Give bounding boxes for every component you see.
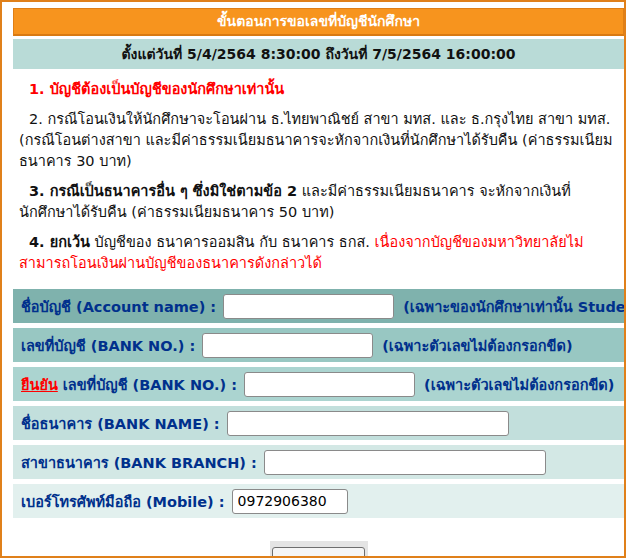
confirm-bank-no-hint: (เฉพาะตัวเลขไม่ต้องกรอกขีด): [424, 373, 614, 396]
note-4: 4. ยกเว้น บัญชีของ ธนาคารออมสิน กับ ธนาค…: [19, 232, 620, 274]
confirm-bank-no-label: เลขที่บัญชี (BANK NO.) :: [63, 373, 237, 396]
form-row-bank-branch: สาขาธนาคาร (BANK BRANCH) :: [13, 445, 624, 479]
confirm-bank-no-input[interactable]: [244, 372, 415, 397]
submit-area: บันทึกข้อมูล: [13, 541, 624, 558]
submit-button-wrap: บันทึกข้อมูล: [270, 541, 368, 558]
form-row-bank-name: ชื่อธนาคาร (BANK NAME) :: [13, 406, 624, 440]
form-row-confirm-bank-no: ยืนยัน เลขที่บัญชี (BANK NO.) : (เฉพาะตั…: [13, 367, 624, 401]
save-button[interactable]: บันทึกข้อมูล: [272, 547, 365, 558]
account-name-label: ชื่อบัญชี (Account name) :: [21, 295, 216, 318]
account-form: ชื่อบัญชี (Account name) : (เฉพาะของนักศ…: [13, 289, 624, 518]
account-name-hint: (เฉพาะของนักศึกษาเท่านั้น Students only): [403, 295, 624, 318]
page-title: ขั้นตอนการขอเลขที่บัญชีนักศึกษา: [217, 13, 420, 29]
page-content: ขั้นตอนการขอเลขที่บัญชีนักศึกษา ตั้งแต่ว…: [13, 8, 624, 558]
bank-branch-label: สาขาธนาคาร (BANK BRANCH) :: [21, 451, 257, 474]
notes-section: 1. บัญชีต้องเป็นบัญชีของนักศึกษาเท่านั้น…: [13, 69, 624, 287]
note-4-mid: บัญชีของ ธนาคารออมสิน กับ ธนาคาร ธกส.: [90, 234, 375, 250]
mobile-label: เบอร์โทรศัพท์มือถือ (Mobile) :: [21, 490, 225, 513]
confirm-prefix-label: ยืนยัน: [21, 373, 58, 396]
bank-branch-input[interactable]: [264, 450, 546, 475]
date-banner: ตั้งแต่วันที่ 5/4/2564 8:30:00 ถึงวันที่…: [13, 39, 624, 69]
bank-no-hint: (เฉพาะตัวเลขไม่ต้องกรอกขีด): [382, 334, 572, 357]
account-name-input[interactable]: [223, 294, 394, 319]
note-1: 1. บัญชีต้องเป็นบัญชีของนักศึกษาเท่านั้น: [19, 79, 620, 100]
bank-no-input[interactable]: [202, 333, 373, 358]
form-row-account-name: ชื่อบัญชี (Account name) : (เฉพาะของนักศ…: [13, 289, 624, 323]
note-4-bold: 4. ยกเว้น: [29, 234, 90, 250]
form-row-bank-no: เลขที่บัญชี (BANK NO.) : (เฉพาะตัวเลขไม่…: [13, 328, 624, 362]
bank-name-label: ชื่อธนาคาร (BANK NAME) :: [21, 412, 220, 435]
page-header: ขั้นตอนการขอเลขที่บัญชีนักศึกษา: [13, 8, 624, 36]
form-row-mobile: เบอร์โทรศัพท์มือถือ (Mobile) :: [13, 484, 624, 518]
date-range-text: ตั้งแต่วันที่ 5/4/2564 8:30:00 ถึงวันที่…: [122, 46, 516, 62]
mobile-input[interactable]: [232, 489, 348, 514]
bank-name-input[interactable]: [227, 411, 509, 436]
note-3-bold: 3. กรณีเป็นธนาคารอื่น ๆ ซึ่งมิใช่ตามข้อ …: [29, 183, 297, 199]
note-2: 2. กรณีโอนเงินให้นักศึกษาจะโอนผ่าน ธ.ไทย…: [19, 109, 620, 172]
note-3: 3. กรณีเป็นธนาคารอื่น ๆ ซึ่งมิใช่ตามข้อ …: [19, 181, 620, 223]
bank-no-label: เลขที่บัญชี (BANK NO.) :: [21, 334, 195, 357]
